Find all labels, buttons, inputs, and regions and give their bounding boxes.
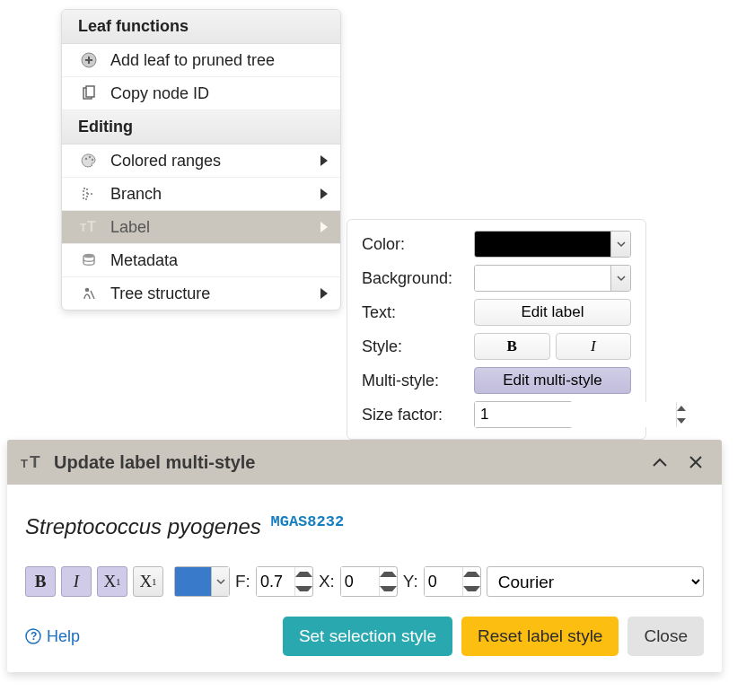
- menu-item-label: Add leaf to pruned tree: [110, 51, 331, 70]
- chevron-right-icon: [320, 288, 328, 299]
- menu-item-branch[interactable]: Branch: [62, 178, 340, 211]
- y-label: Y:: [403, 572, 418, 591]
- svg-point-4: [89, 156, 91, 158]
- menu-item-add-leaf[interactable]: Add leaf to pruned tree: [62, 44, 340, 77]
- f-input[interactable]: [257, 567, 294, 596]
- svg-text:T: T: [30, 453, 40, 471]
- svg-text:?: ?: [31, 630, 37, 643]
- set-selection-style-button[interactable]: Set selection style: [283, 617, 452, 656]
- menu-item-label: Branch: [110, 185, 331, 204]
- chevron-right-icon: [320, 222, 328, 232]
- reset-label-style-button[interactable]: Reset label style: [461, 617, 619, 656]
- chevron-down-icon: [610, 266, 630, 291]
- x-stepper[interactable]: [340, 566, 398, 597]
- dialog-titlebar: TT Update label multi-style: [7, 440, 722, 485]
- context-menu: Leaf functions Add leaf to pruned tree C…: [61, 9, 341, 311]
- sizefactor-stepper[interactable]: [474, 401, 573, 428]
- branch-icon: [78, 183, 100, 205]
- menu-section-header-leaf: Leaf functions: [62, 10, 340, 44]
- menu-item-label: Colored ranges: [110, 152, 331, 171]
- color-dropdown[interactable]: [474, 231, 631, 258]
- help-label: Help: [47, 627, 80, 646]
- stepper-down[interactable]: [295, 582, 312, 596]
- svg-text:T: T: [87, 220, 96, 234]
- close-button[interactable]: [682, 449, 709, 476]
- menu-item-label: Tree structure: [110, 284, 331, 303]
- svg-point-3: [85, 158, 87, 160]
- menu-item-label: Label: [110, 218, 331, 237]
- menu-item-label: Metadata: [110, 251, 331, 270]
- text-label: Text:: [362, 303, 474, 322]
- sizefactor-label: Size factor:: [362, 406, 474, 424]
- chevron-right-icon: [320, 188, 328, 199]
- color-label: Color:: [362, 235, 474, 254]
- edit-label-button[interactable]: Edit label: [474, 299, 631, 326]
- svg-text:T: T: [80, 222, 87, 234]
- svg-point-5: [92, 159, 93, 161]
- svg-text:T: T: [21, 457, 28, 470]
- stepper-up[interactable]: [463, 567, 480, 582]
- plus-circle-icon: [78, 49, 100, 71]
- background-label: Background:: [362, 269, 474, 288]
- help-link[interactable]: ? Help: [25, 627, 80, 646]
- x-input[interactable]: [341, 567, 379, 596]
- superscript-button[interactable]: X1: [97, 566, 127, 597]
- copy-icon: [78, 83, 100, 104]
- svg-rect-2: [86, 86, 94, 97]
- menu-item-copy-node[interactable]: Copy node ID: [62, 77, 340, 110]
- menu-item-colored-ranges[interactable]: Colored ranges: [62, 144, 340, 178]
- subscript-button[interactable]: X1: [133, 566, 163, 597]
- stepper-down[interactable]: [677, 415, 686, 427]
- menu-item-metadata[interactable]: Metadata: [62, 244, 340, 277]
- menu-section-header-editing: Editing: [62, 110, 340, 144]
- edit-multistyle-button[interactable]: Edit multi-style: [474, 367, 631, 394]
- text-icon: TT: [20, 450, 45, 475]
- sizefactor-input[interactable]: [475, 402, 676, 427]
- worker-icon: [78, 283, 100, 304]
- stepper-up[interactable]: [380, 567, 397, 582]
- collapse-button[interactable]: [646, 449, 673, 476]
- text-color-dropdown[interactable]: [174, 566, 230, 597]
- preview-part-italic: Streptococcus pyogenes: [25, 514, 261, 538]
- multistyle-label: Multi-style:: [362, 372, 474, 390]
- y-input[interactable]: [425, 567, 462, 596]
- chevron-down-icon: [610, 232, 630, 257]
- style-label: Style:: [362, 337, 474, 356]
- label-properties-panel: Color: Background: Text: Edit label: [347, 219, 646, 440]
- y-stepper[interactable]: [424, 566, 481, 597]
- f-label: F:: [235, 572, 250, 591]
- menu-item-label: Copy node ID: [110, 84, 331, 103]
- close-dialog-button[interactable]: Close: [628, 617, 704, 656]
- bold-button[interactable]: B: [25, 566, 56, 597]
- background-dropdown[interactable]: [474, 265, 631, 292]
- f-stepper[interactable]: [256, 566, 313, 597]
- menu-item-tree-structure[interactable]: Tree structure: [62, 277, 340, 310]
- menu-item-label-submenu[interactable]: TT Label: [62, 211, 340, 244]
- svg-point-8: [83, 254, 94, 258]
- style-toolbar: B I X1 X1 F: X: Y:: [25, 566, 704, 597]
- preview-part-mono-super: MGAS8232: [271, 513, 345, 530]
- color-swatch: [475, 232, 610, 257]
- database-icon: [78, 249, 100, 271]
- palette-icon: [78, 150, 100, 171]
- svg-point-9: [85, 288, 90, 293]
- label-preview[interactable]: Streptococcus pyogenes MGAS8232: [25, 513, 704, 539]
- background-swatch: [475, 266, 610, 291]
- italic-button[interactable]: I: [61, 566, 92, 597]
- text-icon: TT: [78, 216, 100, 238]
- stepper-down[interactable]: [380, 582, 397, 596]
- chevron-down-icon: [211, 567, 229, 596]
- multistyle-dialog: TT Update label multi-style Streptococcu…: [7, 440, 722, 672]
- bold-toggle-button[interactable]: B: [474, 333, 550, 360]
- stepper-up[interactable]: [295, 567, 312, 582]
- stepper-down[interactable]: [463, 582, 480, 596]
- font-select[interactable]: Courier: [487, 566, 704, 597]
- x-label: X:: [319, 572, 335, 591]
- stepper-up[interactable]: [677, 402, 686, 415]
- chevron-right-icon: [320, 155, 328, 166]
- color-swatch: [175, 567, 211, 596]
- dialog-title-text: Update label multi-style: [54, 452, 256, 473]
- italic-toggle-button[interactable]: I: [556, 333, 632, 360]
